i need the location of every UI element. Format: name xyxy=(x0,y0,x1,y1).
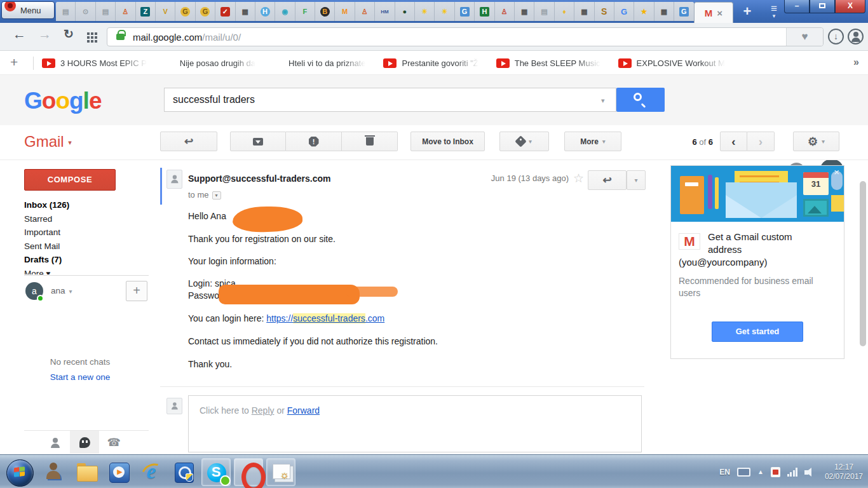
chat-profile-name[interactable]: ana▾ xyxy=(51,286,72,295)
gmail-logo[interactable]: Gmail ▾ xyxy=(24,133,72,151)
tab-gmail-active[interactable]: M × xyxy=(694,2,733,23)
phone-tab[interactable]: ☎ xyxy=(99,431,128,454)
taskbar-app-button[interactable] xyxy=(72,458,101,486)
sidebar-folder-item[interactable]: Starred xyxy=(24,212,151,226)
browser-tab[interactable]: ▤ xyxy=(56,2,76,21)
browser-tab[interactable]: G xyxy=(455,2,475,21)
browser-tab[interactable]: V xyxy=(156,2,175,21)
back-to-inbox-button[interactable]: ↩ xyxy=(160,132,217,151)
add-contact-button[interactable]: + xyxy=(126,281,147,301)
hangouts-tab[interactable] xyxy=(70,431,99,454)
add-bookmark-button[interactable]: + xyxy=(10,55,18,70)
sidebar-folder-item[interactable]: Sent Mail xyxy=(24,240,151,254)
bookmark-item[interactable]: 3 HOURS Most EPIC P xyxy=(42,58,147,68)
browser-tab[interactable]: ⊙ xyxy=(76,2,95,21)
browser-tab[interactable]: ♦ xyxy=(555,2,574,21)
opera-menu-button[interactable]: Menu xyxy=(1,1,55,19)
browser-tab[interactable]: ▦ xyxy=(236,2,255,21)
taskbar-app-button[interactable]: e xyxy=(137,458,166,486)
quick-reply-box[interactable]: Click here to Reply or Forward xyxy=(188,395,642,452)
browser-tab[interactable]: Z xyxy=(136,2,156,21)
tab-close-icon[interactable]: × xyxy=(717,8,722,18)
bookmark-item[interactable]: EXPLOSIVE Workout M xyxy=(618,58,725,68)
star-icon[interactable]: ☆ xyxy=(573,171,584,186)
browser-tab[interactable]: G xyxy=(674,2,694,21)
browser-tab[interactable]: S xyxy=(595,2,614,21)
speed-dial-icon[interactable] xyxy=(87,32,90,35)
compose-button[interactable]: COMPOSE xyxy=(24,169,116,191)
reload-button[interactable]: ↻ xyxy=(64,27,74,41)
tray-app-icon[interactable] xyxy=(771,467,780,477)
taskbar-app-button[interactable]: S xyxy=(201,458,231,486)
language-indicator[interactable]: EN xyxy=(719,468,730,477)
network-icon[interactable] xyxy=(787,468,797,477)
older-button[interactable]: › xyxy=(747,132,775,151)
tab-menu-button[interactable]: ≡ ▾ xyxy=(763,4,785,20)
forward-button[interactable]: → xyxy=(38,27,51,42)
browser-tab[interactable]: ✓ xyxy=(215,2,235,21)
forward-link[interactable]: Forward xyxy=(287,405,320,416)
url-field[interactable]: mail.google.com/mail/u/0/ ♥ xyxy=(107,27,824,46)
search-options-dropdown-icon[interactable]: ▾ xyxy=(601,97,605,105)
labels-button[interactable]: ▾ xyxy=(499,132,549,151)
bookmark-item[interactable]: Prestanite govoriti "Ž xyxy=(383,58,478,68)
browser-tab[interactable]: M xyxy=(335,2,355,21)
downloads-button[interactable]: ↓ xyxy=(828,29,844,44)
reply-button[interactable]: ↩ xyxy=(588,170,627,190)
secure-lock-icon[interactable] xyxy=(116,34,125,40)
delete-button[interactable] xyxy=(342,132,398,151)
browser-tab[interactable]: H xyxy=(475,2,494,21)
back-button[interactable]: ← xyxy=(13,27,26,42)
contacts-tab[interactable] xyxy=(41,431,70,454)
page-scrollbar[interactable] xyxy=(860,181,866,346)
report-spam-button[interactable] xyxy=(286,132,342,151)
profile-button[interactable] xyxy=(848,29,864,44)
taskbar-app-button[interactable] xyxy=(39,458,69,486)
login-link[interactable]: https://successful-traders.com xyxy=(266,313,384,323)
browser-tab[interactable]: ▤ xyxy=(534,2,554,21)
browser-tab[interactable]: ◉ xyxy=(275,2,295,21)
get-started-button[interactable]: Get started xyxy=(712,322,803,342)
taskbar-app-button[interactable]: ☼ xyxy=(266,458,295,486)
browser-tab[interactable]: ▦ xyxy=(654,2,674,21)
browser-tab[interactable]: ☀ xyxy=(435,2,454,21)
bookmarks-overflow-button[interactable]: » xyxy=(853,57,859,68)
window-close-button[interactable]: X xyxy=(835,0,865,13)
taskbar-app-button[interactable] xyxy=(3,458,36,486)
bookmark-heart-section[interactable]: ♥ xyxy=(786,28,823,46)
taskbar-app-button[interactable] xyxy=(169,458,198,486)
settings-button[interactable]: ⚙ ▾ xyxy=(793,132,839,151)
sidebar-folder-item[interactable]: Inbox (126) xyxy=(24,198,151,212)
search-button[interactable] xyxy=(616,88,665,112)
move-to-inbox-button[interactable]: Move to Inbox xyxy=(410,132,485,151)
sidebar-folder-item[interactable]: Important xyxy=(24,226,151,240)
more-button[interactable]: More ▾ xyxy=(564,132,621,151)
taskbar-app-button[interactable]: ▶ xyxy=(104,458,133,486)
browser-tab[interactable]: HM xyxy=(375,2,395,21)
bookmark-item[interactable]: Hteli vi to da priznate xyxy=(273,58,365,68)
sidebar-folder-item[interactable]: More ▾ xyxy=(24,267,151,274)
window-maximize-button[interactable] xyxy=(810,0,835,13)
bookmark-item[interactable]: Nije posao drugih da xyxy=(165,58,255,68)
search-input[interactable] xyxy=(164,88,616,112)
more-message-options-button[interactable]: ▾ xyxy=(627,170,646,190)
browser-tab[interactable]: ● xyxy=(395,2,415,21)
close-icon[interactable]: × xyxy=(834,166,839,177)
browser-tab[interactable]: ▦ xyxy=(574,2,594,21)
volume-icon[interactable] xyxy=(804,467,815,477)
browser-tab[interactable]: B xyxy=(315,2,335,21)
browser-tab[interactable]: ★ xyxy=(634,2,654,21)
start-new-chat-link[interactable]: Start a new one xyxy=(0,372,160,382)
browser-tab[interactable]: ♙ xyxy=(495,2,515,21)
browser-tab[interactable]: ♙ xyxy=(355,2,375,21)
taskbar-app-button[interactable] xyxy=(234,458,263,486)
details-dropdown-icon[interactable]: ▾ xyxy=(212,191,221,200)
new-tab-button[interactable]: + xyxy=(737,4,757,20)
browser-tab[interactable]: ☀ xyxy=(415,2,435,21)
bookmark-item[interactable]: The Best SLEEP Music xyxy=(496,58,600,68)
browser-tab[interactable]: ▤ xyxy=(96,2,116,21)
browser-tab[interactable]: G xyxy=(175,2,195,21)
window-minimize-button[interactable]: – xyxy=(784,0,810,13)
clock[interactable]: 12:17 02/07/2017 xyxy=(825,463,863,482)
browser-tab[interactable]: ▦ xyxy=(515,2,534,21)
